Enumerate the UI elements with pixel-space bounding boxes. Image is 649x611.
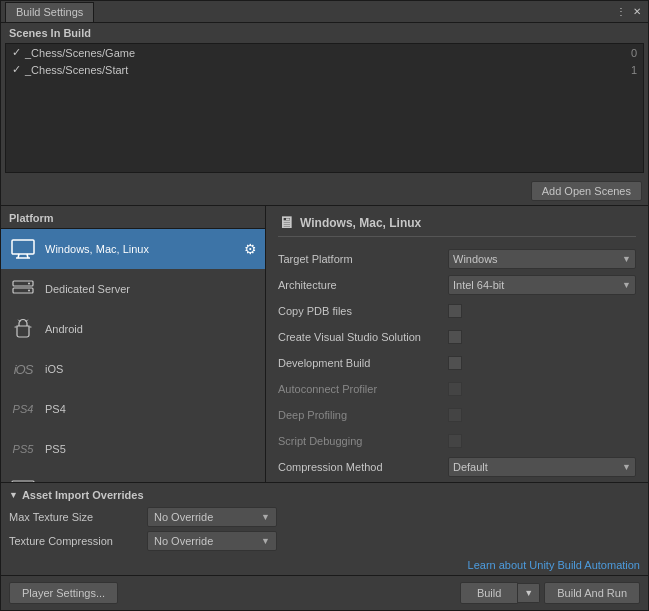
chevron-down-icon: ▼: [622, 254, 631, 264]
platform-scroll-wrapper: Windows, Mac, Linux ⚙: [1, 229, 265, 482]
scenes-section: Scenes In Build ✓ _Chess/Scenes/Game 0 ✓…: [1, 23, 648, 206]
add-open-scenes-button[interactable]: Add Open Scenes: [531, 181, 642, 201]
texture-compression-dropdown[interactable]: No Override ▼: [147, 531, 277, 551]
settings-row-compression: Compression Method Default ▼: [278, 457, 636, 477]
architecture-dropdown[interactable]: Intel 64-bit ▼: [448, 275, 636, 295]
deep-profiling-checkbox: [448, 408, 462, 422]
build-settings-window: Build Settings ⋮ ✕ Scenes In Build ✓ _Ch…: [0, 0, 649, 611]
architecture-label: Architecture: [278, 279, 448, 291]
asset-import-title: Asset Import Overrides: [22, 489, 144, 501]
compression-label: Compression Method: [278, 461, 448, 473]
ps4-icon: PS4: [9, 395, 37, 423]
scene-path-1: _Chess/Scenes/Start: [25, 64, 631, 76]
scene-item-0: ✓ _Chess/Scenes/Game 0: [6, 44, 643, 61]
asset-import-rows: Max Texture Size No Override ▼ Texture C…: [9, 507, 640, 551]
build-and-run-button[interactable]: Build And Run: [544, 582, 640, 604]
chevron-down-icon-3: ▼: [622, 462, 631, 472]
asset-row-max-texture: Max Texture Size No Override ▼: [9, 507, 640, 527]
asset-import-header: ▼ Asset Import Overrides: [9, 489, 640, 501]
title-text: Build Settings: [16, 6, 83, 18]
target-platform-value: Windows: [453, 253, 498, 265]
script-debug-label: Script Debugging: [278, 435, 448, 447]
platform-item-dedicated[interactable]: Dedicated Server: [1, 269, 265, 309]
scene-index-1: 1: [631, 64, 637, 76]
triangle-icon: ▼: [9, 490, 18, 500]
platform-item-windows[interactable]: Windows, Mac, Linux ⚙: [1, 229, 265, 269]
learn-row: Learn about Unity Build Automation: [1, 557, 648, 575]
svg-point-6: [28, 283, 30, 285]
dev-build-checkbox[interactable]: [448, 356, 462, 370]
platform-panel: Platform: [1, 206, 266, 482]
platform-name-dedicated: Dedicated Server: [45, 283, 257, 295]
autoconnect-label: Autoconnect Profiler: [278, 383, 448, 395]
title-bar: Build Settings ⋮ ✕: [1, 1, 648, 23]
copy-pdb-label: Copy PDB files: [278, 305, 448, 317]
settings-row-dev-build: Development Build: [278, 353, 636, 373]
chevron-down-icon-2: ▼: [622, 280, 631, 290]
platform-item-ps4[interactable]: PS4 PS4: [1, 389, 265, 429]
max-texture-value: No Override: [154, 511, 213, 523]
scene-check-0: ✓: [12, 46, 21, 59]
settings-row-architecture: Architecture Intel 64-bit ▼: [278, 275, 636, 295]
scene-path-0: _Chess/Scenes/Game: [25, 47, 631, 59]
target-platform-label: Target Platform: [278, 253, 448, 265]
create-vs-label: Create Visual Studio Solution: [278, 331, 448, 343]
autoconnect-checkbox: [448, 382, 462, 396]
scenes-header: Scenes In Build: [1, 23, 648, 43]
copy-pdb-checkbox[interactable]: [448, 304, 462, 318]
settings-platform-label: Windows, Mac, Linux: [300, 216, 421, 230]
platform-item-ios[interactable]: iOS iOS: [1, 349, 265, 389]
chevron-down-icon-4: ▼: [261, 512, 270, 522]
close-button[interactable]: ✕: [630, 5, 644, 19]
content: Scenes In Build ✓ _Chess/Scenes/Game 0 ✓…: [1, 23, 648, 610]
main-panel: Platform: [1, 206, 648, 482]
settings-row-deep-profiling: Deep Profiling: [278, 405, 636, 425]
monitor-icon: [9, 235, 37, 263]
settings-title: 🖥 Windows, Mac, Linux: [278, 214, 636, 237]
svg-point-7: [28, 290, 30, 292]
action-row: Player Settings... Build ▼ Build And Run: [1, 575, 648, 610]
android-icon: [9, 315, 37, 343]
gear-icon[interactable]: ⚙: [244, 241, 257, 257]
platform-name-ps4: PS4: [45, 403, 257, 415]
max-texture-dropdown[interactable]: No Override ▼: [147, 507, 277, 527]
settings-row-create-vs: Create Visual Studio Solution: [278, 327, 636, 347]
settings-row-copy-pdb: Copy PDB files: [278, 301, 636, 321]
platform-header: Platform: [1, 206, 265, 229]
build-button[interactable]: Build: [460, 582, 518, 604]
add-open-scenes-row: Add Open Scenes: [1, 177, 648, 205]
asset-row-texture-compression: Texture Compression No Override ▼: [9, 531, 640, 551]
platform-item-ps5[interactable]: PS5 PS5: [1, 429, 265, 469]
deep-profiling-label: Deep Profiling: [278, 409, 448, 421]
player-settings-button[interactable]: Player Settings...: [9, 582, 118, 604]
settings-row-script-debug: Script Debugging: [278, 431, 636, 451]
title-tab: Build Settings: [5, 2, 94, 22]
settings-row-autoconnect: Autoconnect Profiler: [278, 379, 636, 399]
platform-name-windows: Windows, Mac, Linux: [45, 243, 236, 255]
ps5-icon: PS5: [9, 435, 37, 463]
texture-compression-label: Texture Compression: [9, 535, 139, 547]
settings-panel: 🖥 Windows, Mac, Linux Target Platform Wi…: [266, 206, 648, 482]
ios-icon: iOS: [9, 355, 37, 383]
target-platform-dropdown[interactable]: Windows ▼: [448, 249, 636, 269]
svg-rect-0: [12, 240, 34, 254]
compression-dropdown[interactable]: Default ▼: [448, 457, 636, 477]
platform-name-ios: iOS: [45, 363, 257, 375]
script-debug-checkbox: [448, 434, 462, 448]
platform-list: Windows, Mac, Linux ⚙: [1, 229, 265, 482]
compression-value: Default: [453, 461, 488, 473]
webgl-icon: HTML: [9, 475, 37, 482]
menu-button[interactable]: ⋮: [614, 5, 628, 19]
asset-import-section: ▼ Asset Import Overrides Max Texture Siz…: [1, 482, 648, 557]
title-bar-controls: ⋮ ✕: [614, 5, 644, 19]
create-vs-checkbox[interactable]: [448, 330, 462, 344]
platform-item-webgl[interactable]: HTML WebGL: [1, 469, 265, 482]
build-dropdown-arrow[interactable]: ▼: [518, 583, 540, 603]
max-texture-label: Max Texture Size: [9, 511, 139, 523]
architecture-value: Intel 64-bit: [453, 279, 504, 291]
texture-compression-value: No Override: [154, 535, 213, 547]
learn-link[interactable]: Learn about Unity Build Automation: [468, 559, 640, 571]
server-icon: [9, 275, 37, 303]
platform-item-android[interactable]: Android: [1, 309, 265, 349]
scene-item-1: ✓ _Chess/Scenes/Start 1: [6, 61, 643, 78]
